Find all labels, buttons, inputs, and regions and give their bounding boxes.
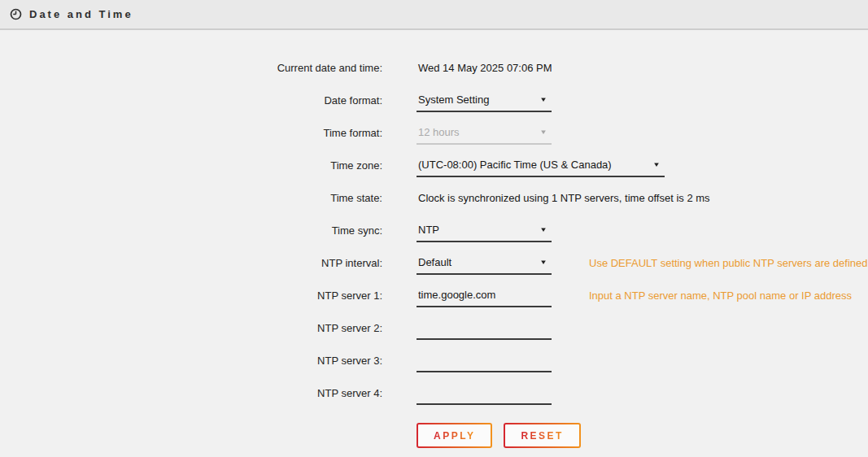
date-format-row: Date format: System Setting ▼ (0, 84, 868, 116)
ntp-server-1-row: NTP server 1: Input a NTP server name, N… (0, 279, 868, 311)
ntp-server-4-input[interactable] (417, 381, 552, 405)
time-zone-row: Time zone: (UTC-08:00) Pacific Time (US … (0, 149, 868, 181)
reset-button[interactable]: RESET (504, 423, 581, 448)
ntp-server-2-input[interactable] (417, 316, 552, 340)
time-state-row: Time state: Clock is synchronized using … (0, 181, 868, 214)
page-title: Date and Time (29, 8, 133, 20)
ntp-interval-row: NTP interval: Default ▼ Use DEFAULT sett… (0, 246, 868, 279)
ntp-interval-hint: Use DEFAULT setting when public NTP serv… (589, 257, 868, 269)
date-format-select[interactable]: System Setting ▼ (417, 88, 552, 112)
ntp-interval-value: Default (418, 256, 451, 268)
current-datetime-label: Current date and time: (0, 62, 382, 74)
chevron-down-icon: ▼ (539, 128, 547, 136)
time-state-label: Time state: (0, 192, 382, 204)
time-state-value: Clock is synchronized using 1 NTP server… (417, 192, 710, 204)
ntp-server-3-input[interactable] (417, 348, 552, 372)
panel-header: Date and Time (0, 0, 868, 30)
ntp-server-2-label: NTP server 2: (0, 322, 382, 334)
chevron-down-icon: ▼ (539, 259, 547, 266)
current-datetime-row: Current date and time: Wed 14 May 2025 0… (0, 51, 868, 84)
date-format-value: System Setting (418, 94, 489, 106)
ntp-server-1-hint: Input a NTP server name, NTP pool name o… (589, 289, 852, 302)
date-format-label: Date format: (0, 94, 382, 107)
time-sync-value: NTP (418, 224, 439, 236)
ntp-interval-label: NTP interval: (0, 257, 382, 269)
ntp-server-2-row: NTP server 2: (0, 311, 868, 344)
date-time-form: Current date and time: Wed 14 May 2025 0… (0, 30, 868, 448)
apply-button[interactable]: APPLY (417, 423, 492, 448)
ntp-server-3-row: NTP server 3: (0, 344, 868, 376)
ntp-server-1-input[interactable] (417, 283, 552, 307)
time-sync-row: Time sync: NTP ▼ (0, 214, 868, 246)
ntp-server-4-label: NTP server 4: (0, 387, 382, 399)
time-zone-value: (UTC-08:00) Pacific Time (US & Canada) (418, 159, 612, 171)
apply-button-label: APPLY (434, 430, 475, 442)
form-actions: APPLY RESET (417, 423, 868, 448)
time-format-label: Time format: (0, 127, 382, 139)
time-sync-label: Time sync: (0, 224, 382, 237)
time-zone-select[interactable]: (UTC-08:00) Pacific Time (US & Canada) ▼ (417, 153, 665, 177)
chevron-down-icon: ▼ (652, 161, 661, 168)
ntp-server-3-label: NTP server 3: (0, 355, 382, 367)
ntp-server-4-row: NTP server 4: (0, 376, 868, 409)
time-format-value: 12 hours (418, 126, 460, 138)
time-format-row: Time format: 12 hours ▼ (0, 116, 868, 149)
chevron-down-icon: ▼ (539, 226, 547, 233)
time-sync-select[interactable]: NTP ▼ (417, 218, 552, 242)
reset-button-label: RESET (521, 430, 564, 442)
current-datetime-value: Wed 14 May 2025 07:06 PM (417, 62, 552, 74)
ntp-interval-select[interactable]: Default ▼ (417, 250, 552, 275)
ntp-server-1-label: NTP server 1: (0, 289, 382, 302)
time-zone-label: Time zone: (0, 159, 382, 172)
time-format-select: 12 hours ▼ (417, 120, 552, 145)
clock-icon (10, 8, 22, 20)
chevron-down-icon: ▼ (539, 96, 547, 103)
